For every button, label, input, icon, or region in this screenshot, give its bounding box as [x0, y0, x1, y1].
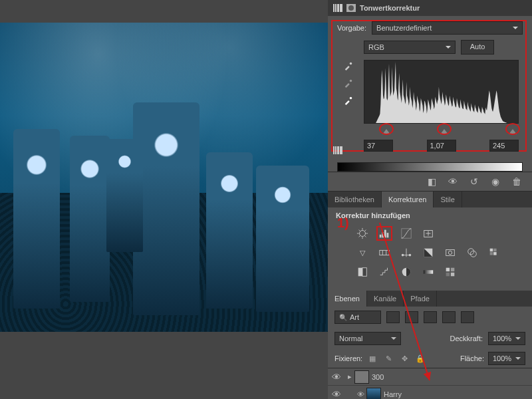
layer-row[interactable]: 👁 ▸ 300 [328, 368, 532, 386]
svg-point-3 [360, 231, 366, 237]
mask-icon [346, 4, 356, 12]
toggle-visibility-icon[interactable]: ◉ [489, 176, 501, 187]
black-point-input[interactable]: 37 [364, 140, 393, 152]
link-icon[interactable]: 👁 [354, 390, 366, 398]
layer-row[interactable]: 👁 👁 Harry [328, 386, 532, 399]
layer-list: 👁 ▸ 300 👁 👁 Harry 👁 👁 Tonwertkorrektur 3 [328, 368, 532, 399]
white-point-input[interactable]: 245 [489, 140, 519, 152]
photo-subject [206, 152, 253, 309]
visibility-toggle-icon[interactable]: 👁 [328, 372, 345, 382]
view-previous-icon[interactable]: 👁 [447, 176, 459, 187]
adjustments-tabs: Bibliotheken Korrekturen Stile [328, 192, 532, 207]
folder-toggle-icon[interactable]: ▸ [345, 372, 354, 381]
gray-point-eyedropper-icon[interactable] [342, 77, 354, 89]
lock-position-icon[interactable]: ✥ [398, 353, 410, 364]
hue-sat-icon[interactable] [376, 245, 392, 260]
filter-smart-icon[interactable] [461, 311, 474, 323]
white-point-eyedropper-icon[interactable] [342, 94, 354, 106]
filter-type-icon[interactable] [424, 311, 437, 323]
svg-point-11 [402, 254, 404, 257]
filter-adjustment-icon[interactable] [405, 311, 418, 323]
svg-rect-26 [446, 268, 450, 271]
layer-filter-kind-select[interactable]: Art [334, 311, 381, 324]
visibility-toggle-icon[interactable]: 👁 [328, 389, 345, 400]
lock-pixels-icon[interactable]: ✎ [382, 353, 394, 364]
photo-filter-icon[interactable] [442, 245, 458, 260]
photo-subject [133, 102, 200, 315]
channel-mixer-icon[interactable] [464, 245, 480, 260]
tab-kanaele[interactable]: Kanäle [367, 291, 404, 307]
svg-rect-21 [493, 252, 497, 255]
blend-mode-select[interactable]: Normal [334, 332, 401, 345]
svg-rect-10 [380, 250, 389, 255]
threshold-icon[interactable] [398, 265, 414, 279]
tab-stile[interactable]: Stile [434, 192, 462, 207]
invert-icon[interactable] [354, 265, 370, 279]
properties-panel-header: Tonwertkorrektur [328, 0, 532, 16]
preset-label: Vorgabe: [337, 24, 366, 32]
black-white-icon[interactable] [420, 245, 436, 260]
tab-bibliotheken[interactable]: Bibliotheken [328, 192, 382, 207]
levels-adjustment-icon[interactable] [376, 226, 392, 241]
right-panel-stack: Tonwertkorrektur 2) Vorgabe: Benutzerdef… [328, 0, 532, 399]
svg-rect-4 [380, 235, 382, 238]
curves-adjustment-icon[interactable] [398, 226, 414, 241]
reset-icon[interactable]: ↺ [468, 176, 480, 187]
auto-button[interactable]: Auto [461, 40, 494, 55]
layer-name[interactable]: Harry [384, 390, 402, 398]
clip-to-layer-icon[interactable]: ◧ [426, 176, 438, 187]
folder-icon [354, 370, 369, 384]
photo-subject [106, 139, 143, 252]
input-slider-track[interactable] [364, 125, 519, 137]
levels-icon [333, 4, 342, 12]
annotation-circle [437, 123, 452, 135]
photo-subject [256, 166, 309, 312]
svg-rect-23 [362, 268, 366, 277]
opacity-label: Deckkraft: [450, 334, 483, 342]
tab-ebenen[interactable]: Ebenen [328, 291, 367, 307]
channel-select[interactable]: RGB [364, 41, 456, 54]
adjustments-header: Korrektur hinzufügen [328, 207, 532, 223]
svg-rect-20 [490, 252, 493, 255]
black-point-eyedropper-icon[interactable] [342, 60, 354, 72]
svg-rect-18 [490, 249, 493, 252]
tab-korrekturen[interactable]: Korrekturen [382, 192, 434, 207]
opacity-input[interactable]: 100% [488, 332, 525, 345]
color-balance-icon[interactable] [398, 245, 414, 260]
annotation-circle [379, 123, 394, 135]
lock-all-icon[interactable]: 🔒 [414, 353, 426, 364]
selective-color-icon[interactable] [442, 265, 458, 279]
svg-point-15 [448, 251, 452, 254]
filter-shape-icon[interactable] [442, 311, 456, 323]
color-lookup-icon[interactable] [486, 245, 502, 260]
svg-rect-19 [493, 249, 497, 252]
image-canvas[interactable] [0, 23, 328, 332]
svg-point-17 [470, 251, 476, 257]
fill-input[interactable]: 100% [488, 352, 525, 365]
tab-pfade[interactable]: Pfade [404, 291, 437, 307]
gradient-map-icon[interactable] [420, 265, 436, 279]
photo-subject [70, 136, 110, 302]
svg-point-2 [350, 97, 352, 100]
photo-subject [13, 129, 60, 309]
brightness-contrast-icon[interactable] [354, 226, 370, 241]
layer-name[interactable]: 300 [372, 373, 384, 381]
vibrance-icon[interactable]: ▽ [354, 245, 370, 260]
properties-title: Tonwertkorrektur [360, 4, 420, 12]
svg-point-0 [350, 63, 352, 65]
svg-rect-22 [358, 268, 362, 277]
filter-pixel-icon[interactable] [386, 311, 400, 323]
svg-rect-5 [382, 232, 384, 237]
trash-icon[interactable]: 🗑 [511, 176, 523, 187]
exposure-adjustment-icon[interactable] [420, 226, 436, 241]
output-gradient[interactable] [337, 162, 523, 172]
adjustments-grid: ▽ [328, 223, 532, 291]
posterize-icon[interactable] [376, 265, 392, 279]
preset-select[interactable]: Benutzerdefiniert [372, 21, 523, 35]
lock-transparency-icon[interactable]: ▦ [366, 353, 378, 364]
svg-rect-7 [387, 233, 389, 237]
histogram [364, 60, 519, 124]
gamma-input[interactable]: 1,07 [427, 140, 456, 152]
svg-point-1 [350, 80, 352, 82]
svg-rect-25 [424, 270, 433, 273]
